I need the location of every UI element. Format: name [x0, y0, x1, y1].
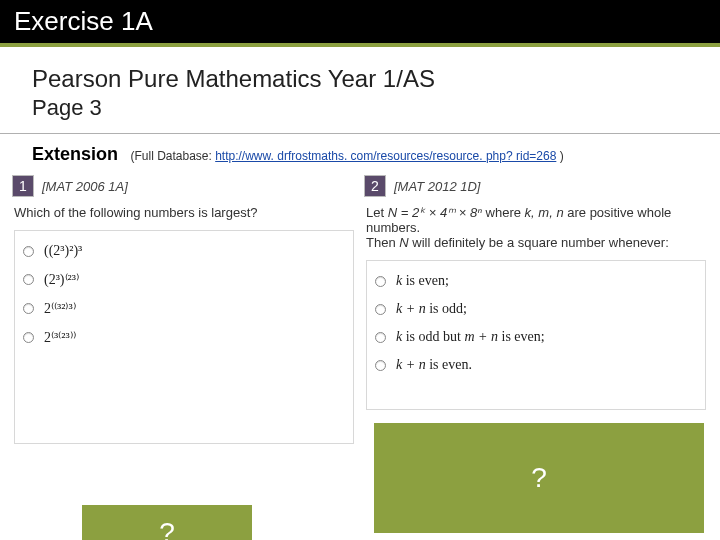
q1-header: 1 [MAT 2006 1A] — [12, 175, 356, 197]
q1-opt-a-expr: ((2³)²)³ — [44, 243, 82, 259]
q2-option-b[interactable]: k + n is odd; — [371, 295, 701, 323]
textbook-title: Pearson Pure Mathematics Year 1/AS — [32, 65, 696, 93]
page-reference: Page 3 — [32, 95, 696, 121]
q1-opt-b-expr: (2³)⁽²³⁾ — [44, 271, 79, 288]
q2-opt-a-text: k is even; — [396, 273, 449, 289]
questions-row: 1 [MAT 2006 1A] Which of the following n… — [0, 175, 720, 444]
radio-icon — [23, 332, 34, 343]
radio-icon — [23, 303, 34, 314]
extension-label: Extension — [32, 144, 118, 164]
q1-number-badge: 1 — [12, 175, 34, 197]
question-2: 2 [MAT 2012 1D] Let N = 2ᵏ × 4ᵐ × 8ⁿ whe… — [364, 175, 708, 444]
q2-answer-reveal[interactable]: ? — [374, 423, 704, 533]
q2-header: 2 [MAT 2012 1D] — [364, 175, 708, 197]
radio-icon — [23, 274, 34, 285]
database-link[interactable]: http://www. drfrostmaths. com/resources/… — [215, 149, 556, 163]
q2-opt-c-text: k is odd but m + n is even; — [396, 329, 545, 345]
database-note: (Full Database: http://www. drfrostmaths… — [130, 149, 563, 163]
extension-row: Extension (Full Database: http://www. dr… — [0, 144, 720, 175]
q2-equation: N = 2ᵏ × 4ᵐ × 8ⁿ — [388, 205, 482, 220]
q1-options: ((2³)²)³ (2³)⁽²³⁾ 2⁽⁽³²⁾³⁾ 2⁽³⁽²³⁾⁾ — [14, 230, 354, 444]
radio-icon — [375, 304, 386, 315]
q2-number-badge: 2 — [364, 175, 386, 197]
divider — [0, 133, 720, 134]
q2-option-c[interactable]: k is odd but m + n is even; — [371, 323, 701, 351]
q2-option-d[interactable]: k + n is even. — [371, 351, 701, 379]
q1-option-c[interactable]: 2⁽⁽³²⁾³⁾ — [19, 294, 349, 323]
radio-icon — [23, 246, 34, 257]
q1-option-a[interactable]: ((2³)²)³ — [19, 237, 349, 265]
radio-icon — [375, 332, 386, 343]
q1-opt-d-expr: 2⁽³⁽²³⁾⁾ — [44, 329, 76, 346]
radio-icon — [375, 360, 386, 371]
subheading-block: Pearson Pure Mathematics Year 1/AS Page … — [0, 47, 720, 129]
q2-opt-d-text: k + n is even. — [396, 357, 472, 373]
radio-icon — [375, 276, 386, 287]
q1-source: [MAT 2006 1A] — [42, 179, 128, 194]
q1-prompt: Which of the following numbers is larges… — [14, 205, 354, 220]
q2-options: k is even; k + n is odd; k is odd but m … — [366, 260, 706, 410]
q1-answer-reveal[interactable]: ? — [82, 505, 252, 540]
q2-prompt: Let N = 2ᵏ × 4ᵐ × 8ⁿ where k, m, n are p… — [366, 205, 706, 250]
q1-option-b[interactable]: (2³)⁽²³⁾ — [19, 265, 349, 294]
slide-title: Exercise 1A — [0, 0, 720, 47]
q2-option-a[interactable]: k is even; — [371, 267, 701, 295]
question-1: 1 [MAT 2006 1A] Which of the following n… — [12, 175, 356, 444]
q2-source: [MAT 2012 1D] — [394, 179, 480, 194]
q2-opt-b-text: k + n is odd; — [396, 301, 467, 317]
q1-opt-c-expr: 2⁽⁽³²⁾³⁾ — [44, 300, 76, 317]
q1-option-d[interactable]: 2⁽³⁽²³⁾⁾ — [19, 323, 349, 352]
